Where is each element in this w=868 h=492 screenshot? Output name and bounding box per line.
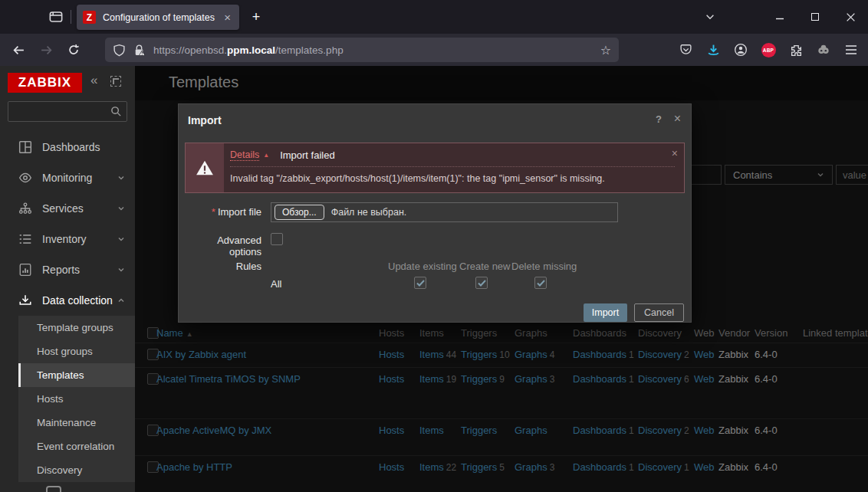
error-close-icon[interactable]: × (672, 147, 678, 159)
error-detail-message: Invalid tag "/zabbix_export/hosts/host(1… (230, 167, 675, 184)
zabbix-favicon-icon: Z (83, 11, 96, 24)
maximize-icon (811, 13, 819, 21)
rule-row-all-label: All (271, 278, 281, 290)
browser-tab-bar: Z Configuration of templates × + (0, 0, 868, 34)
browse-button[interactable]: Обзор... (275, 205, 324, 220)
tab-title: Configuration of templates (103, 12, 215, 23)
sidebar-item-hosts[interactable]: Hosts (18, 387, 135, 411)
shield-icon[interactable] (113, 44, 126, 57)
adblock-icon[interactable]: ABP (755, 38, 782, 62)
sidebar-item-label: Monitoring (42, 172, 92, 184)
error-message-box: Details ▲ Import failed Invalid tag "/za… (185, 143, 685, 193)
rules-label: Rules (185, 261, 261, 272)
addon-icon[interactable] (810, 38, 837, 62)
chevron-down-icon (117, 205, 125, 212)
delete-missing-checkbox[interactable] (534, 277, 547, 289)
back-button[interactable] (6, 38, 31, 61)
kiosk-mode-icon[interactable] (110, 76, 121, 87)
advanced-options-label: Advanced options (185, 235, 261, 257)
zabbix-logo[interactable]: ZABBIX (8, 73, 82, 93)
advanced-options-checkbox[interactable] (271, 233, 283, 245)
dialog-title: Import (188, 114, 222, 126)
download-icon[interactable] (699, 38, 727, 62)
sidebar-search[interactable] (8, 101, 127, 122)
import-file-label: *Import file (185, 206, 261, 218)
chevron-down-icon (117, 235, 125, 243)
sidebar-item-dashboards[interactable]: Dashboards (0, 132, 135, 162)
details-toggle[interactable]: Details (230, 149, 259, 161)
sidebar-collapse-icon[interactable]: « (90, 73, 97, 88)
monitoring-eye-icon (18, 171, 34, 185)
sidebar-item-label: Data collection (42, 294, 113, 307)
url-text: https://openbsd.ppm.local/templates.php (153, 44, 594, 56)
sidebar-item-label: Reports (42, 264, 80, 276)
sidebar-item-host-groups[interactable]: Host groups (18, 339, 135, 363)
sidebar-item-label: Dashboards (42, 141, 100, 153)
main-content: Templates Contains Name▲ Hosts Items Tri… (135, 66, 868, 492)
tab-close-icon[interactable]: × (222, 11, 233, 24)
menu-hamburger-icon[interactable] (837, 38, 865, 62)
file-status-text: Файл не выбран. (331, 207, 407, 218)
cancel-button[interactable]: Cancel (634, 303, 684, 322)
search-icon (110, 106, 122, 117)
sidebar-item-monitoring[interactable]: Monitoring (0, 162, 135, 193)
details-arrow-icon: ▲ (263, 152, 269, 159)
tab-separator (71, 10, 71, 24)
inventory-list-icon (18, 232, 34, 246)
rule-header-delete-missing: Delete missing (511, 261, 577, 272)
main-menu: Dashboards Monitoring Services (0, 132, 135, 316)
rule-header-create-new: Create new (459, 261, 510, 272)
zabbix-app: ZABBIX « Dashboards Monitoring (0, 66, 868, 492)
dashboards-icon (18, 140, 34, 154)
sidebar-item-data-collection[interactable]: Data collection (0, 285, 135, 316)
sidebar-item-maintenance[interactable]: Maintenance (18, 411, 135, 435)
minimize-button[interactable] (762, 0, 797, 34)
sidebar-item-services[interactable]: Services (0, 193, 135, 224)
services-icon (18, 202, 34, 215)
import-file-input[interactable]: Обзор... Файл не выбран. (271, 202, 618, 222)
import-dialog: Import ? × Details ▲ Import failed Inval… (178, 103, 692, 323)
sidebar-item-inventory[interactable]: Inventory (0, 224, 135, 254)
lock-warning-icon[interactable] (133, 44, 146, 57)
new-tab-button[interactable]: + (245, 6, 267, 28)
data-collection-icon (18, 294, 34, 307)
account-icon[interactable] (727, 38, 755, 62)
sidebar-item-label: Services (42, 202, 84, 215)
chevron-down-icon (117, 174, 125, 182)
extensions-puzzle-icon[interactable] (782, 38, 810, 62)
import-button[interactable]: Import (584, 303, 627, 322)
warning-icon (186, 143, 224, 192)
browser-tab[interactable]: Z Configuration of templates × (77, 5, 239, 30)
sidebar-item-label: Inventory (42, 233, 87, 245)
maximize-button[interactable] (797, 0, 833, 34)
firefox-view-icon[interactable] (46, 8, 66, 26)
sidebar-bottom-icon[interactable] (46, 486, 61, 492)
sidebar-item-event-correlation[interactable]: Event correlation (18, 435, 135, 458)
create-new-checkbox[interactable] (475, 277, 488, 289)
sidebar: ZABBIX « Dashboards Monitoring (0, 66, 135, 492)
error-title: Import failed (280, 149, 335, 161)
sidebar-item-discovery[interactable]: Discovery (18, 458, 135, 482)
reload-button[interactable] (61, 38, 86, 61)
sidebar-item-templates[interactable]: Templates (18, 363, 135, 387)
update-existing-checkbox[interactable] (414, 277, 426, 289)
sidebar-item-template-groups[interactable]: Template groups (18, 316, 135, 339)
browser-toolbar: https://openbsd.ppm.local/templates.php … (0, 34, 868, 66)
dialog-close-icon[interactable]: × (674, 112, 681, 126)
bookmark-star-icon[interactable]: ☆ (600, 43, 611, 57)
rule-header-update-existing: Update existing (388, 261, 457, 272)
reports-chart-icon (18, 263, 34, 277)
sidebar-item-reports[interactable]: Reports (0, 254, 135, 285)
chevron-up-icon (117, 297, 125, 304)
pocket-icon[interactable] (672, 38, 699, 62)
chevron-down-icon (117, 266, 125, 274)
search-input[interactable] (8, 102, 100, 121)
help-icon[interactable]: ? (656, 113, 662, 125)
close-window-button[interactable] (833, 0, 868, 34)
data-collection-submenu: Template groups Host groups Templates Ho… (18, 316, 135, 482)
forward-button[interactable] (34, 38, 58, 61)
tab-list-chevron-icon[interactable] (695, 0, 725, 34)
url-bar[interactable]: https://openbsd.ppm.local/templates.php … (105, 38, 619, 62)
